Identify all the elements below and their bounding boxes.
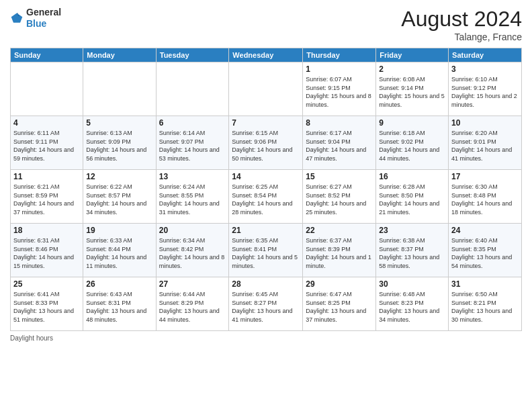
day-number: 14 bbox=[232, 172, 300, 181]
day-info: Sunrise: 6:41 AM Sunset: 8:33 PM Dayligh… bbox=[13, 290, 80, 324]
day-number: 29 bbox=[306, 279, 373, 289]
calendar-cell: 31Sunrise: 6:50 AM Sunset: 8:21 PM Dayli… bbox=[449, 277, 522, 331]
footer: Daylight hours bbox=[10, 334, 522, 342]
day-info: Sunrise: 6:44 AM Sunset: 8:29 PM Dayligh… bbox=[159, 290, 226, 324]
calendar-cell: 4Sunrise: 6:11 AM Sunset: 9:11 PM Daylig… bbox=[11, 116, 83, 170]
calendar-cell: 13Sunrise: 6:24 AM Sunset: 8:55 PM Dayli… bbox=[156, 170, 229, 224]
calendar-day-header: Monday bbox=[83, 48, 156, 62]
day-number: 7 bbox=[232, 118, 300, 128]
day-number: 9 bbox=[379, 118, 445, 128]
calendar-cell: 21Sunrise: 6:35 AM Sunset: 8:41 PM Dayli… bbox=[229, 224, 303, 277]
calendar-day-header: Sunday bbox=[11, 48, 83, 62]
calendar-cell: 14Sunrise: 6:25 AM Sunset: 8:54 PM Dayli… bbox=[229, 170, 303, 224]
calendar-cell: 28Sunrise: 6:45 AM Sunset: 8:27 PM Dayli… bbox=[229, 277, 303, 331]
day-info: Sunrise: 6:14 AM Sunset: 9:07 PM Dayligh… bbox=[159, 129, 226, 163]
day-info: Sunrise: 6:31 AM Sunset: 8:46 PM Dayligh… bbox=[13, 236, 80, 270]
title-section: August 2024 Talange, France bbox=[401, 7, 522, 42]
calendar-cell: 17Sunrise: 6:30 AM Sunset: 8:48 PM Dayli… bbox=[449, 170, 522, 224]
day-number: 11 bbox=[13, 172, 80, 181]
day-info: Sunrise: 6:30 AM Sunset: 8:48 PM Dayligh… bbox=[451, 183, 519, 216]
day-info: Sunrise: 6:24 AM Sunset: 8:55 PM Dayligh… bbox=[159, 183, 226, 216]
day-number: 19 bbox=[86, 226, 152, 235]
day-number: 8 bbox=[306, 118, 373, 128]
day-number: 27 bbox=[159, 279, 226, 289]
calendar-cell: 24Sunrise: 6:40 AM Sunset: 8:35 PM Dayli… bbox=[449, 224, 522, 277]
calendar-cell bbox=[11, 62, 83, 116]
day-number: 4 bbox=[13, 118, 80, 128]
calendar-cell: 29Sunrise: 6:47 AM Sunset: 8:25 PM Dayli… bbox=[303, 277, 376, 331]
day-info: Sunrise: 6:34 AM Sunset: 8:42 PM Dayligh… bbox=[159, 236, 226, 270]
day-number: 15 bbox=[306, 172, 373, 181]
calendar-cell: 22Sunrise: 6:37 AM Sunset: 8:39 PM Dayli… bbox=[303, 224, 376, 277]
day-number: 16 bbox=[379, 172, 445, 181]
day-number: 26 bbox=[86, 279, 152, 289]
day-info: Sunrise: 6:37 AM Sunset: 8:39 PM Dayligh… bbox=[306, 236, 373, 270]
day-info: Sunrise: 6:13 AM Sunset: 9:09 PM Dayligh… bbox=[86, 129, 152, 163]
calendar-cell bbox=[229, 62, 303, 116]
calendar-day-header: Thursday bbox=[303, 48, 376, 62]
day-number: 10 bbox=[451, 118, 519, 128]
calendar-day-header: Friday bbox=[376, 48, 449, 62]
calendar-week-row: 11Sunrise: 6:21 AM Sunset: 8:59 PM Dayli… bbox=[11, 170, 522, 224]
calendar-cell: 19Sunrise: 6:33 AM Sunset: 8:44 PM Dayli… bbox=[83, 224, 156, 277]
calendar-header-row: SundayMondayTuesdayWednesdayThursdayFrid… bbox=[11, 48, 522, 62]
day-number: 24 bbox=[451, 226, 519, 235]
calendar-cell: 10Sunrise: 6:20 AM Sunset: 9:01 PM Dayli… bbox=[449, 116, 522, 170]
calendar-cell: 18Sunrise: 6:31 AM Sunset: 8:46 PM Dayli… bbox=[11, 224, 83, 277]
calendar-cell: 3Sunrise: 6:10 AM Sunset: 9:12 PM Daylig… bbox=[449, 62, 522, 116]
day-number: 25 bbox=[13, 279, 80, 289]
day-number: 3 bbox=[451, 64, 519, 74]
calendar-cell: 15Sunrise: 6:27 AM Sunset: 8:52 PM Dayli… bbox=[303, 170, 376, 224]
calendar-week-row: 18Sunrise: 6:31 AM Sunset: 8:46 PM Dayli… bbox=[11, 224, 522, 277]
day-info: Sunrise: 6:08 AM Sunset: 9:14 PM Dayligh… bbox=[379, 75, 445, 109]
calendar-cell: 11Sunrise: 6:21 AM Sunset: 8:59 PM Dayli… bbox=[11, 170, 83, 224]
day-info: Sunrise: 6:38 AM Sunset: 8:37 PM Dayligh… bbox=[379, 236, 445, 270]
calendar-cell: 16Sunrise: 6:28 AM Sunset: 8:50 PM Dayli… bbox=[376, 170, 449, 224]
day-info: Sunrise: 6:35 AM Sunset: 8:41 PM Dayligh… bbox=[232, 236, 300, 270]
day-info: Sunrise: 6:11 AM Sunset: 9:11 PM Dayligh… bbox=[13, 129, 80, 163]
calendar-cell: 20Sunrise: 6:34 AM Sunset: 8:42 PM Dayli… bbox=[156, 224, 229, 277]
day-number: 17 bbox=[451, 172, 519, 181]
day-info: Sunrise: 6:17 AM Sunset: 9:04 PM Dayligh… bbox=[306, 129, 373, 163]
location-title: Talange, France bbox=[401, 32, 522, 42]
calendar-cell: 5Sunrise: 6:13 AM Sunset: 9:09 PM Daylig… bbox=[83, 116, 156, 170]
day-number: 31 bbox=[451, 279, 519, 289]
day-info: Sunrise: 6:21 AM Sunset: 8:59 PM Dayligh… bbox=[13, 183, 80, 216]
logo-blue-text: Blue bbox=[26, 18, 46, 29]
day-info: Sunrise: 6:25 AM Sunset: 8:54 PM Dayligh… bbox=[232, 183, 300, 216]
day-info: Sunrise: 6:40 AM Sunset: 8:35 PM Dayligh… bbox=[451, 236, 519, 270]
calendar-cell: 27Sunrise: 6:44 AM Sunset: 8:29 PM Dayli… bbox=[156, 277, 229, 331]
day-number: 2 bbox=[379, 64, 445, 74]
day-info: Sunrise: 6:50 AM Sunset: 8:21 PM Dayligh… bbox=[451, 290, 519, 324]
calendar-cell: 1Sunrise: 6:07 AM Sunset: 9:15 PM Daylig… bbox=[303, 62, 376, 116]
day-number: 1 bbox=[306, 64, 373, 74]
day-info: Sunrise: 6:45 AM Sunset: 8:27 PM Dayligh… bbox=[232, 290, 300, 324]
day-number: 28 bbox=[232, 279, 300, 289]
footer-legend: Daylight hours bbox=[10, 334, 522, 342]
calendar-cell: 6Sunrise: 6:14 AM Sunset: 9:07 PM Daylig… bbox=[156, 116, 229, 170]
day-info: Sunrise: 6:47 AM Sunset: 8:25 PM Dayligh… bbox=[306, 290, 373, 324]
day-number: 20 bbox=[159, 226, 226, 235]
day-number: 12 bbox=[86, 172, 152, 181]
day-info: Sunrise: 6:18 AM Sunset: 9:02 PM Dayligh… bbox=[379, 129, 445, 163]
day-info: Sunrise: 6:07 AM Sunset: 9:15 PM Dayligh… bbox=[306, 75, 373, 109]
calendar-day-header: Tuesday bbox=[156, 48, 229, 62]
calendar-cell: 12Sunrise: 6:22 AM Sunset: 8:57 PM Dayli… bbox=[83, 170, 156, 224]
calendar-week-row: 4Sunrise: 6:11 AM Sunset: 9:11 PM Daylig… bbox=[11, 116, 522, 170]
calendar-cell bbox=[156, 62, 229, 116]
day-number: 30 bbox=[379, 279, 445, 289]
day-number: 13 bbox=[159, 172, 226, 181]
calendar-cell: 25Sunrise: 6:41 AM Sunset: 8:33 PM Dayli… bbox=[11, 277, 83, 331]
calendar-cell: 23Sunrise: 6:38 AM Sunset: 8:37 PM Dayli… bbox=[376, 224, 449, 277]
svg-marker-0 bbox=[11, 13, 23, 22]
day-number: 23 bbox=[379, 226, 445, 235]
calendar-cell: 9Sunrise: 6:18 AM Sunset: 9:02 PM Daylig… bbox=[376, 116, 449, 170]
calendar-day-header: Saturday bbox=[449, 48, 522, 62]
calendar-cell: 8Sunrise: 6:17 AM Sunset: 9:04 PM Daylig… bbox=[303, 116, 376, 170]
day-info: Sunrise: 6:33 AM Sunset: 8:44 PM Dayligh… bbox=[86, 236, 152, 270]
day-info: Sunrise: 6:22 AM Sunset: 8:57 PM Dayligh… bbox=[86, 183, 152, 216]
calendar-cell: 7Sunrise: 6:15 AM Sunset: 9:06 PM Daylig… bbox=[229, 116, 303, 170]
day-info: Sunrise: 6:28 AM Sunset: 8:50 PM Dayligh… bbox=[379, 183, 445, 216]
day-info: Sunrise: 6:48 AM Sunset: 8:23 PM Dayligh… bbox=[379, 290, 445, 324]
day-number: 6 bbox=[159, 118, 226, 128]
